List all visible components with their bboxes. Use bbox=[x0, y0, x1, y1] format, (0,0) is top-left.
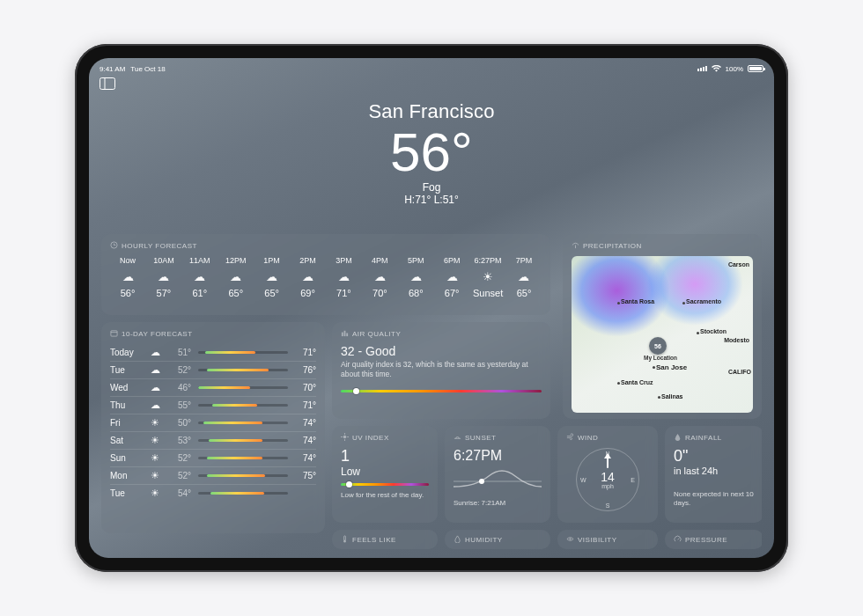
ten-day-forecast-card[interactable]: 10-DAY FORECAST Today ☁︎ 51° 71°Tue ☁︎ 5… bbox=[101, 322, 325, 533]
weather-app-screen: 9:41 AM Tue Oct 18 100% San Francisco 56… bbox=[89, 58, 774, 558]
temp-range-bar bbox=[198, 386, 288, 389]
map-city-modesto: Modesto bbox=[724, 337, 749, 343]
svg-rect-0 bbox=[100, 78, 115, 90]
temp-range-bar bbox=[198, 351, 288, 354]
day-row[interactable]: Tue ☁︎ 52° 76° bbox=[110, 361, 316, 378]
rain-note: None expected in next 10 days. bbox=[674, 490, 755, 508]
hour-time: 11AM bbox=[189, 256, 210, 265]
clock-icon bbox=[110, 241, 118, 251]
hour-temp: 61° bbox=[192, 288, 207, 298]
temp-range-bar bbox=[198, 439, 288, 442]
map-city-stockton: Stockton bbox=[700, 328, 727, 334]
pressure-card[interactable]: PRESSURE bbox=[665, 530, 762, 549]
hour-time: 12PM bbox=[225, 256, 247, 265]
umbrella-icon bbox=[572, 241, 579, 251]
aqi-description: Air quality index is 32, which is the sa… bbox=[341, 360, 542, 379]
day-row[interactable]: Mon ☀︎ 52° 75° bbox=[110, 466, 316, 484]
day-low: 46° bbox=[170, 383, 191, 392]
svg-line-18 bbox=[678, 539, 680, 540]
city-name: San Francisco bbox=[89, 100, 774, 123]
sidebar-toggle-button[interactable] bbox=[100, 77, 115, 90]
day-name: Sun bbox=[110, 453, 140, 463]
hour-temp: 70° bbox=[372, 288, 387, 298]
day-name: Tue bbox=[110, 365, 140, 375]
wind-unit: mph bbox=[601, 483, 615, 489]
cellular-icon bbox=[697, 66, 707, 71]
hour-time: Now bbox=[120, 256, 136, 265]
hour-item: 6PM ☁︎ 67° bbox=[434, 256, 469, 298]
aqi-title: AIR QUALITY bbox=[352, 330, 401, 338]
hour-item: 11AM ☁︎ 61° bbox=[182, 256, 218, 298]
day-low: 50° bbox=[170, 418, 191, 428]
day-low: 52° bbox=[170, 471, 191, 480]
hour-time: 10AM bbox=[153, 256, 174, 265]
hour-temp: 57° bbox=[157, 288, 172, 298]
hour-temp: 67° bbox=[445, 288, 460, 298]
wind-icon bbox=[566, 433, 574, 443]
status-bar: 9:41 AM Tue Oct 18 100% bbox=[89, 58, 774, 76]
wifi-icon bbox=[712, 65, 721, 74]
hourly-forecast-card[interactable]: HOURLY FORECAST Now ☁︎ 56°10AM ☁︎ 57°11A… bbox=[101, 234, 550, 315]
svg-rect-7 bbox=[346, 334, 348, 337]
day-row[interactable]: Sat ☀︎ 53° 74° bbox=[110, 431, 316, 449]
day-name: Thu bbox=[110, 400, 140, 410]
day-high: 74° bbox=[295, 453, 316, 463]
hour-temp: 65° bbox=[264, 288, 279, 298]
sun-icon bbox=[341, 433, 349, 443]
humidity-title: HUMIDITY bbox=[465, 536, 503, 544]
map-city-sacramento: Sacramento bbox=[686, 298, 721, 304]
day-row[interactable]: Thu ☁︎ 55° 71° bbox=[110, 396, 316, 414]
hour-temp: 68° bbox=[409, 288, 424, 298]
hour-temp: 65° bbox=[228, 288, 243, 298]
hour-item: 4PM ☁︎ 70° bbox=[362, 256, 397, 298]
hour-time: 2PM bbox=[299, 256, 316, 265]
precipitation-map[interactable]: Carson Santa Rosa Sacramento Stockton Mo… bbox=[572, 256, 753, 413]
battery-percent: 100% bbox=[726, 65, 743, 73]
day-high: 74° bbox=[295, 436, 316, 445]
sunset-card[interactable]: SUNSET 6:27PM Sunrise: 7:21AM bbox=[445, 426, 550, 523]
temp-range-bar bbox=[198, 492, 288, 495]
uv-value: 1 bbox=[341, 448, 429, 466]
gauge-icon bbox=[674, 535, 682, 545]
day-high: 74° bbox=[295, 418, 316, 428]
rain-label: in last 24h bbox=[674, 466, 755, 476]
sunset-curve bbox=[454, 464, 542, 494]
temp-range-bar bbox=[198, 422, 288, 424]
feels-like-card[interactable]: FEELS LIKE bbox=[332, 530, 438, 549]
hour-item: 10AM ☁︎ 57° bbox=[146, 256, 181, 298]
day-row[interactable]: Wed ☁︎ 46° 70° bbox=[110, 378, 316, 396]
uv-index-card[interactable]: UV INDEX 1 Low Low for the rest of the d… bbox=[332, 426, 438, 523]
weather-icon: ☁︎ bbox=[147, 400, 163, 411]
sunrise-label: Sunrise: 7:21AM bbox=[454, 499, 542, 508]
rainfall-card[interactable]: RAINFALL 0" in last 24h None expected in… bbox=[665, 426, 762, 523]
wind-card[interactable]: WIND NSEW 14mph bbox=[557, 426, 658, 523]
humidity-card[interactable]: HUMIDITY bbox=[445, 530, 550, 549]
aqi-scale bbox=[341, 390, 542, 392]
weather-icon: ☁︎ bbox=[194, 269, 205, 283]
my-location-pin[interactable]: 56 bbox=[649, 337, 667, 355]
weather-icon: ☁︎ bbox=[147, 347, 163, 358]
hour-temp: 65° bbox=[517, 288, 532, 298]
day-row[interactable]: Today ☁︎ 51° 71° bbox=[110, 344, 316, 361]
day-row[interactable]: Tue ☀︎ 54° bbox=[110, 484, 316, 502]
map-city-salinas: Salinas bbox=[661, 393, 683, 400]
air-quality-card[interactable]: AIR QUALITY 32 - Good Air quality index … bbox=[332, 322, 550, 419]
day-low: 53° bbox=[170, 436, 191, 445]
temp-range-bar bbox=[198, 474, 288, 477]
hour-temp: 56° bbox=[121, 288, 136, 298]
visibility-card[interactable]: VISIBILITY bbox=[557, 530, 658, 549]
day-name: Wed bbox=[110, 383, 140, 392]
day-name: Fri bbox=[110, 418, 140, 428]
day-row[interactable]: Sun ☀︎ 52° 74° bbox=[110, 449, 316, 466]
hour-item: 3PM ☁︎ 71° bbox=[326, 256, 361, 298]
ipad-frame: 9:41 AM Tue Oct 18 100% San Francisco 56… bbox=[75, 44, 788, 572]
hour-item: 2PM ☁︎ 69° bbox=[291, 256, 326, 298]
precipitation-card[interactable]: PRECIPITATION Carson Santa Rosa Sacramen… bbox=[563, 234, 762, 419]
wind-title: WIND bbox=[578, 434, 598, 442]
map-city-carson: Carson bbox=[728, 261, 749, 268]
day-name: Sat bbox=[110, 436, 140, 445]
temp-range-bar bbox=[198, 369, 288, 371]
current-condition: Fog bbox=[89, 181, 774, 194]
day-row[interactable]: Fri ☀︎ 50° 74° bbox=[110, 414, 316, 431]
weather-icon: ☁︎ bbox=[266, 269, 277, 283]
